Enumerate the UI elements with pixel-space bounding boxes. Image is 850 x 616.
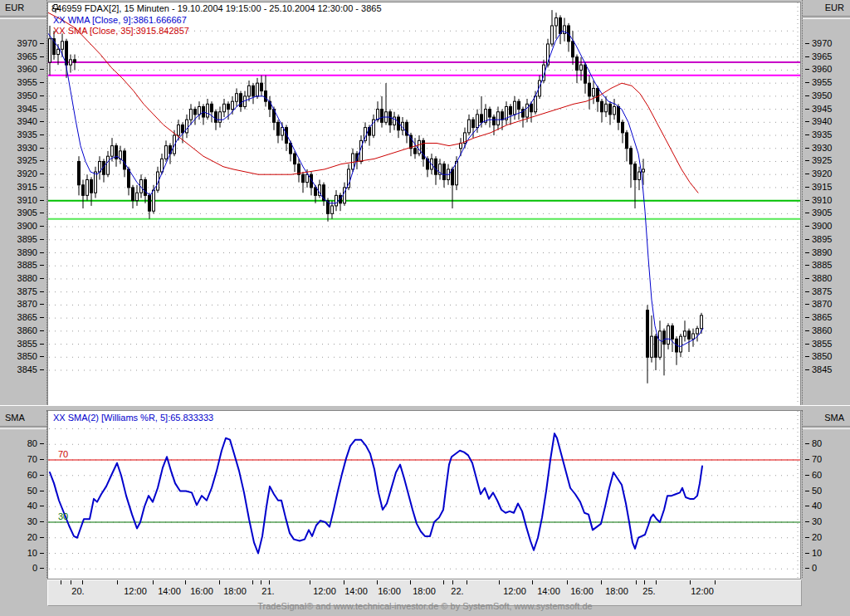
axis-title-eur-right: EUR (825, 2, 844, 13)
price-tick-label: 20 (812, 532, 822, 542)
price-tick-label: 3880 (17, 273, 37, 283)
axis-tick-mark (40, 443, 44, 444)
axis-tick-mark (40, 291, 44, 292)
price-tick-label: 80 (27, 438, 37, 448)
price-tick-label: 10 (812, 548, 822, 558)
axis-title-eur-left: EUR (5, 2, 24, 13)
axis-tick-mark (40, 537, 44, 538)
price-tick-label: 3945 (812, 104, 832, 114)
axis-tick-mark (40, 506, 44, 506)
axis-tick-mark (40, 239, 44, 240)
axis-tick-mark (805, 239, 809, 240)
price-tick-label: 3950 (812, 90, 832, 100)
time-tick-mark (71, 580, 71, 584)
main-chart-plot[interactable]: 846959 FDAX[2], 15 Minuten - 19.10.2004 … (47, 2, 801, 406)
price-tick-label: 3905 (812, 208, 832, 218)
price-tick-label: 3885 (17, 260, 37, 270)
axis-tick-mark (40, 200, 44, 201)
axis-tick-mark (805, 304, 809, 305)
price-tick-label: 30 (812, 516, 822, 526)
price-tick-label: 50 (27, 486, 37, 496)
price-tick-label: 3860 (17, 325, 37, 335)
pin-icon[interactable] (51, 3, 60, 14)
time-tick-label: 22. (439, 586, 476, 596)
price-tick-label: 3855 (17, 339, 37, 349)
axis-tick-mark (40, 330, 44, 331)
axis-tick-mark (40, 475, 44, 476)
axis-tick-mark (40, 213, 44, 213)
price-tick-label: 3890 (17, 247, 37, 257)
indicator-plot[interactable]: XX SMA(2) [Williams %R, 5]:65.833333 703… (47, 410, 801, 579)
axis-tick-mark (805, 553, 809, 554)
axis-tick-mark (805, 82, 809, 83)
axis-tick-mark (40, 187, 44, 188)
price-tick-label: 60 (27, 470, 37, 480)
time-tick-mark (452, 580, 453, 584)
axis-tick-mark (805, 459, 809, 460)
axis-tick-mark (805, 109, 809, 110)
time-tick-mark (715, 580, 716, 584)
time-tick-mark (269, 580, 270, 584)
time-tick-mark (656, 580, 657, 584)
time-tick-label: 21. (250, 586, 286, 596)
time-tick-label: 14:00 (530, 586, 567, 596)
time-tick-label: 18:00 (598, 586, 635, 596)
price-tick-label: 70 (27, 454, 37, 464)
price-tick-label: 30 (27, 516, 37, 526)
price-tick-label: 10 (27, 548, 37, 558)
axis-tick-mark (40, 174, 44, 174)
axis-tick-mark (40, 553, 44, 554)
axis-tick-mark (40, 69, 44, 70)
axis-tick-mark (40, 43, 44, 44)
price-tick-label: 3870 (17, 299, 37, 309)
price-tick-label: 3845 (17, 364, 37, 374)
axis-tick-mark (805, 506, 809, 506)
axis-tick-mark (805, 213, 809, 213)
time-tick-mark (261, 580, 261, 584)
time-tick-label: 25. (631, 586, 667, 596)
axis-tick-mark (805, 95, 809, 96)
candlestick-chart[interactable] (48, 2, 800, 405)
time-tick-label: 20. (60, 586, 96, 596)
price-tick-label: 3935 (17, 130, 37, 139)
time-tick-mark (690, 580, 691, 584)
price-tick-label: 3895 (812, 234, 832, 244)
axis-tick-mark (40, 317, 44, 318)
tradesignal-window: EUR 397039653960395539503945394039353930… (0, 0, 850, 616)
price-tick-label: 3955 (812, 77, 832, 87)
price-tick-label: 3905 (17, 208, 37, 218)
price-tick-label: 3915 (17, 182, 37, 192)
axis-title-sma-right: SMA (824, 412, 844, 423)
legend-sma: XX SMA [Close, 35]:3915.842857 (53, 26, 189, 37)
time-tick-mark (410, 580, 411, 584)
price-tick-label: 3925 (17, 155, 37, 165)
price-tick-label: 3850 (812, 351, 832, 361)
axis-tick-mark (805, 475, 809, 476)
axis-tick-mark (805, 148, 809, 149)
legend-wma: XX WMA [Close, 9]:3861.666667 (53, 15, 187, 26)
williams-r-chart[interactable] (48, 411, 800, 579)
axis-tick-mark (40, 521, 44, 522)
axis-tick-mark (40, 148, 44, 149)
time-tick-mark (499, 580, 500, 584)
axis-tick-mark (805, 521, 809, 522)
time-tick-mark (467, 580, 467, 584)
time-tick-mark (644, 580, 645, 584)
price-tick-label: 3960 (17, 64, 37, 74)
time-tick-mark (185, 580, 186, 584)
axis-tick-mark (805, 69, 809, 70)
axis-tick-mark (805, 200, 809, 201)
price-tick-label: 3880 (812, 273, 832, 283)
price-tick-label: 3875 (812, 286, 832, 296)
axis-tick-mark (40, 160, 44, 161)
price-tick-label: 0 (812, 563, 817, 573)
time-tick-label: 16:00 (564, 586, 600, 596)
axis-tick-mark (40, 82, 44, 83)
axis-tick-mark (40, 369, 44, 370)
axis-tick-mark (805, 187, 809, 188)
price-tick-label: 3885 (812, 260, 832, 270)
time-tick-mark (344, 580, 344, 584)
price-tick-label: 3935 (812, 130, 832, 139)
axis-tick-mark (805, 491, 809, 491)
price-tick-label: 3865 (812, 312, 832, 322)
